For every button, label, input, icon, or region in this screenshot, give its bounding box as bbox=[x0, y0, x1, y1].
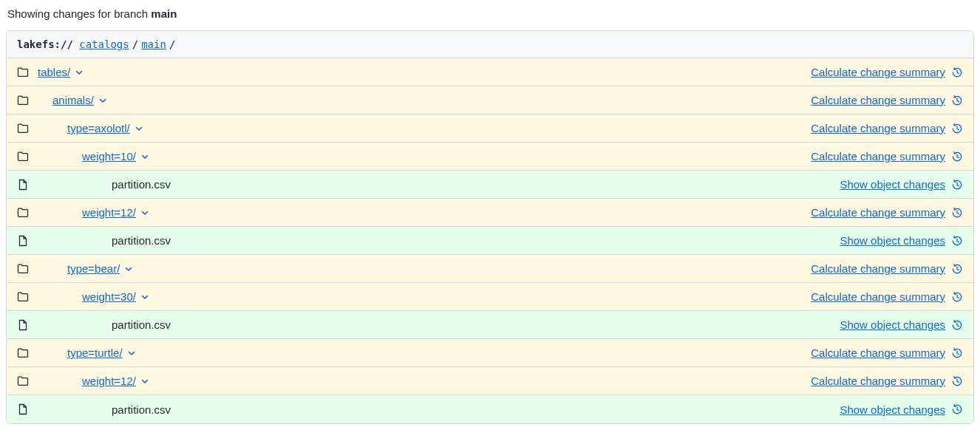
tree-row: tables/Calculate change summary bbox=[7, 58, 973, 86]
row-action-cell: Calculate change summary bbox=[811, 206, 963, 219]
row-name-cell: partition.csv bbox=[38, 318, 840, 331]
folder-icon bbox=[17, 263, 38, 275]
row-action-cell: Calculate change summary bbox=[811, 375, 963, 387]
row-name-cell: weight=12/ bbox=[38, 375, 811, 387]
history-icon[interactable] bbox=[951, 66, 963, 78]
chevron-down-icon[interactable] bbox=[140, 152, 149, 161]
history-icon[interactable] bbox=[951, 319, 963, 331]
tree-row: weight=12/Calculate change summary bbox=[7, 367, 973, 395]
calculate-summary-link[interactable]: Calculate change summary bbox=[811, 206, 945, 219]
row-name-cell: weight=12/ bbox=[38, 206, 811, 219]
folder-link[interactable]: animals/ bbox=[52, 94, 94, 106]
tree-row: weight=30/Calculate change summary bbox=[7, 283, 973, 311]
tree-row: type=bear/Calculate change summary bbox=[7, 255, 973, 283]
chevron-down-icon[interactable] bbox=[75, 68, 84, 77]
row-action-cell: Show object changes bbox=[840, 234, 963, 247]
history-icon[interactable] bbox=[951, 207, 963, 219]
breadcrumb-link[interactable]: main bbox=[141, 38, 166, 50]
folder-icon bbox=[17, 66, 38, 78]
calculate-summary-link[interactable]: Calculate change summary bbox=[811, 66, 945, 78]
changes-panel: lakefs:// catalogs/main/ tables/Calculat… bbox=[6, 30, 974, 424]
folder-link[interactable]: type=bear/ bbox=[67, 262, 120, 275]
breadcrumb-separator: / bbox=[129, 38, 141, 50]
chevron-down-icon[interactable] bbox=[140, 293, 149, 301]
file-name: partition.csv bbox=[112, 234, 171, 247]
calculate-summary-link[interactable]: Calculate change summary bbox=[811, 290, 945, 303]
tree-row: weight=10/Calculate change summary bbox=[7, 143, 973, 171]
show-changes-link[interactable]: Show object changes bbox=[840, 178, 945, 191]
folder-link[interactable]: tables/ bbox=[38, 66, 70, 78]
row-action-cell: Show object changes bbox=[840, 178, 963, 191]
row-name-cell: partition.csv bbox=[38, 234, 840, 247]
history-icon[interactable] bbox=[951, 179, 963, 191]
calculate-summary-link[interactable]: Calculate change summary bbox=[811, 150, 945, 163]
tree-row: partition.csvShow object changes bbox=[7, 311, 973, 339]
folder-icon bbox=[17, 123, 38, 134]
show-changes-link[interactable]: Show object changes bbox=[840, 318, 945, 331]
header-branch: main bbox=[151, 7, 177, 20]
show-changes-link[interactable]: Show object changes bbox=[840, 403, 945, 416]
tree-row: partition.csvShow object changes bbox=[7, 171, 973, 199]
chevron-down-icon[interactable] bbox=[124, 264, 133, 273]
row-action-cell: Calculate change summary bbox=[811, 346, 963, 359]
folder-icon bbox=[17, 95, 38, 106]
folder-link[interactable]: type=turtle/ bbox=[67, 346, 123, 359]
file-icon bbox=[17, 319, 38, 331]
folder-link[interactable]: weight=10/ bbox=[82, 150, 136, 163]
file-name: partition.csv bbox=[112, 318, 171, 331]
row-name-cell: weight=10/ bbox=[38, 150, 811, 163]
chevron-down-icon[interactable] bbox=[98, 96, 107, 105]
file-icon bbox=[17, 403, 38, 415]
calculate-summary-link[interactable]: Calculate change summary bbox=[811, 375, 945, 387]
calculate-summary-link[interactable]: Calculate change summary bbox=[811, 94, 945, 106]
chevron-down-icon[interactable] bbox=[140, 377, 149, 386]
calculate-summary-link[interactable]: Calculate change summary bbox=[811, 346, 945, 359]
breadcrumb: lakefs:// catalogs/main/ bbox=[7, 31, 973, 58]
row-name-cell: animals/ bbox=[38, 94, 811, 106]
history-icon[interactable] bbox=[951, 263, 963, 275]
row-name-cell: type=turtle/ bbox=[38, 346, 811, 359]
folder-link[interactable]: weight=12/ bbox=[82, 375, 136, 387]
folder-icon bbox=[17, 291, 38, 303]
folder-icon bbox=[17, 347, 38, 359]
row-action-cell: Calculate change summary bbox=[811, 290, 963, 303]
file-name: partition.csv bbox=[112, 178, 171, 191]
row-name-cell: tables/ bbox=[38, 66, 811, 78]
row-name-cell: type=bear/ bbox=[38, 262, 811, 275]
tree-row: weight=12/Calculate change summary bbox=[7, 199, 973, 227]
history-icon[interactable] bbox=[951, 95, 963, 106]
tree-row: animals/Calculate change summary bbox=[7, 86, 973, 115]
row-action-cell: Show object changes bbox=[840, 318, 963, 331]
tree-row: type=turtle/Calculate change summary bbox=[7, 339, 973, 367]
history-icon[interactable] bbox=[951, 375, 963, 387]
chevron-down-icon[interactable] bbox=[127, 349, 136, 358]
folder-link[interactable]: weight=12/ bbox=[82, 206, 136, 219]
tree-row: partition.csvShow object changes bbox=[7, 395, 973, 423]
chevron-down-icon[interactable] bbox=[135, 124, 143, 133]
row-action-cell: Calculate change summary bbox=[811, 262, 963, 275]
chevron-down-icon[interactable] bbox=[140, 208, 149, 217]
calculate-summary-link[interactable]: Calculate change summary bbox=[811, 122, 945, 134]
header-prefix: Showing changes for branch bbox=[7, 7, 151, 20]
file-name: partition.csv bbox=[112, 403, 171, 416]
breadcrumb-link[interactable]: catalogs bbox=[79, 38, 129, 50]
history-icon[interactable] bbox=[951, 235, 963, 247]
history-icon[interactable] bbox=[951, 291, 963, 303]
folder-link[interactable]: type=axolotl/ bbox=[67, 122, 130, 134]
history-icon[interactable] bbox=[951, 403, 963, 415]
row-action-cell: Calculate change summary bbox=[811, 66, 963, 78]
history-icon[interactable] bbox=[951, 151, 963, 163]
show-changes-link[interactable]: Show object changes bbox=[840, 234, 945, 247]
row-name-cell: weight=30/ bbox=[38, 290, 811, 303]
folder-icon bbox=[17, 207, 38, 219]
calculate-summary-link[interactable]: Calculate change summary bbox=[811, 262, 945, 275]
folder-icon bbox=[17, 151, 38, 163]
row-name-cell: type=axolotl/ bbox=[38, 122, 811, 134]
history-icon[interactable] bbox=[951, 123, 963, 134]
history-icon[interactable] bbox=[951, 347, 963, 359]
folder-icon bbox=[17, 375, 38, 387]
file-icon bbox=[17, 179, 38, 191]
row-action-cell: Calculate change summary bbox=[811, 122, 963, 134]
folder-link[interactable]: weight=30/ bbox=[82, 290, 136, 303]
breadcrumb-scheme: lakefs:// bbox=[17, 38, 73, 50]
